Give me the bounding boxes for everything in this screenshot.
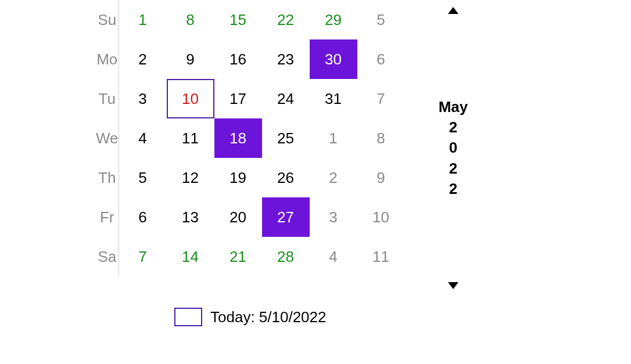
day-cell[interactable]: 6 xyxy=(119,197,167,237)
day-cell[interactable]: 10 xyxy=(357,197,405,237)
day-cell[interactable]: 19 xyxy=(214,158,262,197)
day-cell[interactable]: 5 xyxy=(357,0,405,39)
day-cell[interactable]: 9 xyxy=(357,158,405,197)
day-cell[interactable]: 22 xyxy=(262,0,310,39)
today-label: Today: 5/10/2022 xyxy=(210,308,327,326)
month-label: May xyxy=(439,97,468,117)
day-cell[interactable]: 12 xyxy=(167,158,214,197)
day-cell[interactable]: 27 xyxy=(262,197,310,237)
day-cell[interactable]: 17 xyxy=(214,79,262,118)
day-cell[interactable]: 10 xyxy=(167,79,214,118)
day-cell[interactable]: 2 xyxy=(310,158,357,197)
day-cell[interactable]: 2 xyxy=(119,39,167,79)
day-cell[interactable]: 26 xyxy=(262,158,310,197)
day-cell[interactable]: 18 xyxy=(214,118,262,158)
day-cell[interactable]: 5 xyxy=(119,158,167,197)
day-cell[interactable]: 23 xyxy=(262,39,310,79)
day-cell[interactable]: 7 xyxy=(119,237,167,276)
day-label: We xyxy=(96,118,119,158)
day-cell[interactable]: 7 xyxy=(357,79,405,118)
day-label: Tu xyxy=(96,79,119,118)
day-cell[interactable]: 31 xyxy=(310,79,357,118)
today-button[interactable] xyxy=(174,308,202,326)
day-cell[interactable]: 9 xyxy=(167,39,214,79)
day-cell[interactable]: 15 xyxy=(214,0,262,39)
day-labels-column: SuMoTuWeThFrSa xyxy=(96,0,119,276)
day-cell[interactable]: 25 xyxy=(262,118,310,158)
month-year-label[interactable]: May 2022 xyxy=(439,97,468,199)
day-grid: 1815222952916233063101724317411182518512… xyxy=(119,0,405,276)
day-cell[interactable]: 28 xyxy=(262,237,310,276)
day-cell[interactable]: 14 xyxy=(167,237,214,276)
month-nav-panel: May 2022 xyxy=(427,0,479,296)
day-cell[interactable]: 24 xyxy=(262,79,310,118)
day-cell[interactable]: 4 xyxy=(310,237,357,276)
day-cell[interactable]: 3 xyxy=(310,197,357,237)
day-cell[interactable]: 20 xyxy=(214,197,262,237)
prev-month-arrow-icon[interactable] xyxy=(448,7,458,14)
day-label: Sa xyxy=(96,237,119,276)
day-cell[interactable]: 4 xyxy=(119,118,167,158)
day-label: Su xyxy=(96,0,119,39)
day-cell[interactable]: 16 xyxy=(214,39,262,79)
day-cell[interactable]: 6 xyxy=(357,39,405,79)
day-cell[interactable]: 30 xyxy=(310,39,357,79)
today-footer: Today: 5/10/2022 xyxy=(174,308,327,326)
day-cell[interactable]: 1 xyxy=(119,0,167,39)
day-cell[interactable]: 11 xyxy=(167,118,214,158)
day-cell[interactable]: 3 xyxy=(119,79,167,118)
next-month-arrow-icon[interactable] xyxy=(448,282,458,289)
day-cell[interactable]: 29 xyxy=(310,0,357,39)
day-cell[interactable]: 13 xyxy=(167,197,214,237)
year-label: 2022 xyxy=(449,117,457,199)
day-cell[interactable]: 11 xyxy=(357,237,405,276)
day-label: Th xyxy=(96,158,119,197)
day-label: Mo xyxy=(96,39,119,79)
day-cell[interactable]: 8 xyxy=(357,118,405,158)
day-label: Fr xyxy=(96,197,119,237)
day-cell[interactable]: 1 xyxy=(310,118,357,158)
day-cell[interactable]: 8 xyxy=(167,0,214,39)
day-cell[interactable]: 21 xyxy=(214,237,262,276)
